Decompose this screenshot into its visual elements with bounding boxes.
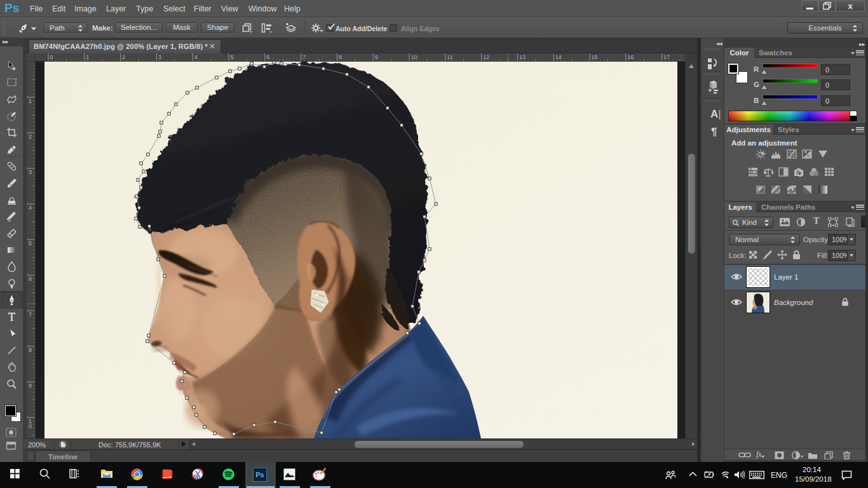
svg-text:13: 13 xyxy=(519,54,526,60)
svg-text:6: 6 xyxy=(266,54,269,60)
svg-text:4: 4 xyxy=(194,54,198,60)
svg-text:17: 17 xyxy=(663,54,670,60)
svg-text:12: 12 xyxy=(483,54,489,60)
svg-text:8: 8 xyxy=(29,347,32,353)
svg-text:5: 5 xyxy=(231,54,234,60)
svg-text:1: 1 xyxy=(29,98,32,104)
svg-text:9: 9 xyxy=(29,383,32,389)
svg-text:8: 8 xyxy=(339,54,342,60)
svg-text:10: 10 xyxy=(411,54,417,60)
svg-text:1: 1 xyxy=(86,54,89,60)
svg-text:2: 2 xyxy=(29,133,32,140)
svg-text:6: 6 xyxy=(29,276,32,282)
svg-text:5: 5 xyxy=(29,240,32,247)
svg-text:7: 7 xyxy=(302,54,306,60)
svg-text:9: 9 xyxy=(375,54,378,60)
svg-text:15: 15 xyxy=(592,54,598,60)
svg-text:14: 14 xyxy=(555,54,562,60)
svg-text:16: 16 xyxy=(627,54,634,60)
svg-text:3: 3 xyxy=(158,54,161,60)
svg-text:0: 0 xyxy=(29,423,32,430)
svg-text:4: 4 xyxy=(29,205,32,211)
svg-text:11: 11 xyxy=(447,54,452,60)
svg-text:2: 2 xyxy=(122,54,125,60)
svg-text:7: 7 xyxy=(29,311,32,318)
svg-text:3: 3 xyxy=(29,169,32,175)
svg-text:0: 0 xyxy=(50,54,53,60)
